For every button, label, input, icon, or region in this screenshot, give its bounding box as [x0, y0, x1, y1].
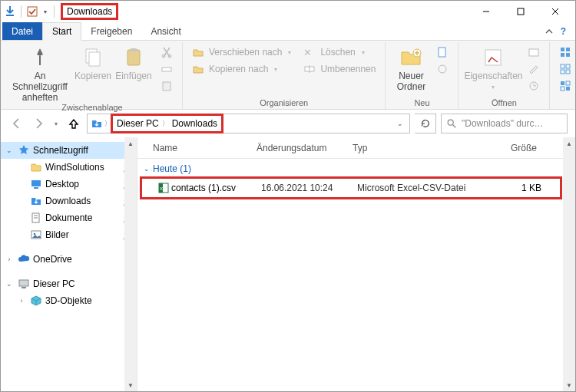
svg-rect-33	[31, 180, 41, 186]
tree-item-pictures[interactable]: Bilder 📌	[1, 226, 137, 243]
svg-rect-14	[439, 48, 445, 57]
select-all-button[interactable]: Alles auswählen	[556, 44, 576, 61]
tree-onedrive[interactable]: › OneDrive	[1, 251, 137, 268]
qat-properties-icon[interactable]	[26, 5, 38, 18]
rename-label: Umbenennen	[320, 64, 376, 74]
group-label-open: Öffnen	[465, 98, 543, 109]
breadcrumb-sep-icon[interactable]: 〉	[162, 119, 169, 129]
tab-share[interactable]: Freigeben	[81, 22, 141, 40]
maximize-button[interactable]	[503, 1, 538, 22]
tree-label: Schnellzugriff	[33, 145, 134, 156]
breadcrumb-downloads[interactable]: Downloads	[169, 117, 220, 130]
properties-label: Eigenschaften	[464, 71, 522, 82]
svg-rect-26	[566, 70, 570, 74]
rename-icon	[303, 63, 316, 75]
up-button[interactable]	[65, 115, 82, 132]
svg-point-31	[448, 120, 453, 125]
sidebar-scrollbar[interactable]: ▲▼	[124, 137, 137, 391]
ribbon-collapse-icon[interactable]	[545, 28, 553, 35]
col-name[interactable]: Name	[153, 143, 257, 153]
copy-to-button[interactable]: Kopieren nach▾	[189, 61, 294, 77]
copy-path-icon	[161, 63, 173, 75]
pictures-icon	[30, 229, 42, 241]
copy-path-button[interactable]	[157, 61, 176, 77]
tree-this-pc[interactable]: ⌄ Dieser PC	[1, 275, 137, 292]
close-button[interactable]	[538, 1, 572, 22]
svg-rect-10	[163, 82, 170, 91]
svg-rect-4	[89, 52, 100, 66]
expand-icon[interactable]: ⌄	[144, 165, 150, 173]
file-size: 1 KB	[488, 183, 549, 193]
select-none-button[interactable]: Nichts auswählen	[556, 61, 576, 77]
copy-button[interactable]: Kopieren	[74, 44, 111, 82]
col-date[interactable]: Änderungsdatum	[257, 143, 353, 153]
address-dropdown-icon[interactable]: ⌄	[397, 120, 403, 127]
tree-label: WindSolutions	[45, 162, 119, 173]
col-size[interactable]: Größe	[483, 143, 545, 153]
expand-icon[interactable]: ⌄	[4, 280, 15, 288]
new-folder-button[interactable]: Neuer Ordner	[392, 44, 430, 93]
pin-to-quickaccess-button[interactable]: An Schnellzugriff anheften	[8, 44, 71, 103]
move-to-label: Verschieben nach	[209, 47, 282, 58]
onedrive-icon	[18, 253, 30, 265]
breadcrumb-sep-icon[interactable]: 〉	[104, 119, 111, 129]
paste-button[interactable]: Einfügen	[114, 44, 153, 82]
new-item-button[interactable]	[433, 44, 452, 61]
history-button[interactable]	[525, 77, 543, 94]
search-box[interactable]: "Downloads" durc…	[441, 114, 568, 133]
window-title: Downloads	[62, 5, 117, 18]
search-placeholder: "Downloads" durc…	[462, 118, 544, 129]
tree-item-documents[interactable]: Dokumente 📌	[1, 209, 137, 226]
tree-label: Bilder	[45, 229, 119, 240]
expand-icon[interactable]: ›	[4, 255, 15, 263]
documents-icon	[30, 212, 42, 224]
address-bar[interactable]: 〉 Dieser PC 〉 Downloads ⌄	[87, 114, 410, 133]
move-to-button[interactable]: Verschieben nach▾	[189, 44, 294, 61]
back-button[interactable]	[8, 115, 25, 132]
group-label-new: Neu	[392, 98, 452, 109]
refresh-button[interactable]	[415, 114, 436, 133]
invert-selection-button[interactable]: Auswahl umkehren	[556, 77, 576, 94]
group-header-today[interactable]: ⌄ Heute (1)	[137, 159, 563, 179]
ribbon-group-organize: Verschieben nach▾ Kopieren nach▾ ✕ Lösch…	[183, 42, 386, 109]
col-type[interactable]: Typ	[353, 143, 483, 153]
svg-rect-29	[561, 87, 564, 91]
properties-button[interactable]: Eigenschaften ▾	[465, 44, 521, 91]
tree-label: 3D-Objekte	[45, 295, 134, 306]
forward-button[interactable]	[30, 115, 47, 132]
qat-dropdown-icon[interactable]: ▾	[41, 5, 49, 18]
cut-icon	[161, 46, 173, 58]
expand-icon[interactable]: ›	[16, 297, 27, 305]
group-label-organize: Organisieren	[189, 98, 379, 109]
tree-quick-access[interactable]: ⌄ Schnellzugriff	[1, 142, 137, 159]
delete-button[interactable]: ✕ Löschen▾	[300, 44, 379, 61]
file-row[interactable]: X contacts (1).csv 16.06.2021 10:24 Micr…	[142, 179, 560, 197]
pin-icon	[28, 45, 52, 70]
tree-label: Dokumente	[45, 212, 119, 223]
tree-label: Dieser PC	[33, 278, 134, 289]
recent-locations-button[interactable]: ▾	[51, 115, 61, 132]
tree-item-downloads[interactable]: Downloads 📌	[1, 193, 137, 209]
tree-item-desktop[interactable]: Desktop 📌	[1, 176, 137, 193]
column-headers: Name Änderungsdatum Typ Größe	[137, 137, 563, 159]
paste-shortcut-button[interactable]	[157, 77, 176, 94]
help-icon[interactable]: ?	[561, 26, 566, 37]
rename-button[interactable]: Umbenennen	[300, 61, 379, 77]
easy-access-button[interactable]	[433, 61, 452, 77]
delete-icon: ✕	[303, 47, 316, 58]
expand-icon[interactable]: ⌄	[4, 147, 15, 154]
breadcrumb-pc[interactable]: Dieser PC	[114, 117, 162, 130]
tree-item-3d-objects[interactable]: › 3D-Objekte	[1, 292, 137, 309]
svg-rect-9	[162, 68, 171, 71]
3d-objects-icon	[30, 295, 42, 307]
content-scrollbar[interactable]: ▲▼	[563, 137, 575, 391]
tab-start[interactable]: Start	[42, 22, 81, 41]
edit-button[interactable]	[525, 61, 543, 77]
tab-file[interactable]: Datei	[2, 22, 42, 40]
tree-item-windsolutions[interactable]: WindSolutions 📌	[1, 159, 137, 176]
minimize-button[interactable]	[468, 1, 503, 22]
cut-button[interactable]	[157, 44, 176, 61]
tab-view[interactable]: Ansicht	[141, 22, 190, 40]
svg-rect-40	[19, 280, 28, 286]
open-button[interactable]	[525, 44, 543, 61]
